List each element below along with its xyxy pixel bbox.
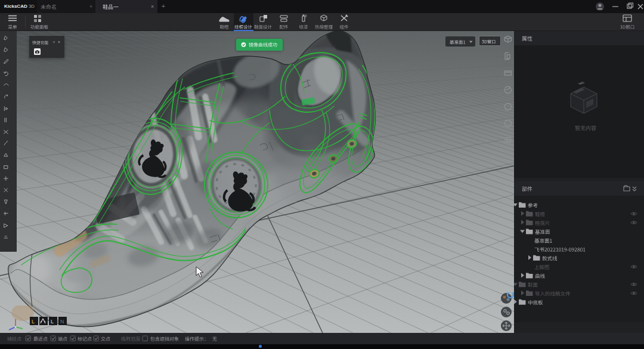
svg-text:L: L: [51, 319, 54, 325]
svg-text:N: N: [60, 319, 64, 325]
svg-text:L: L: [32, 319, 35, 325]
